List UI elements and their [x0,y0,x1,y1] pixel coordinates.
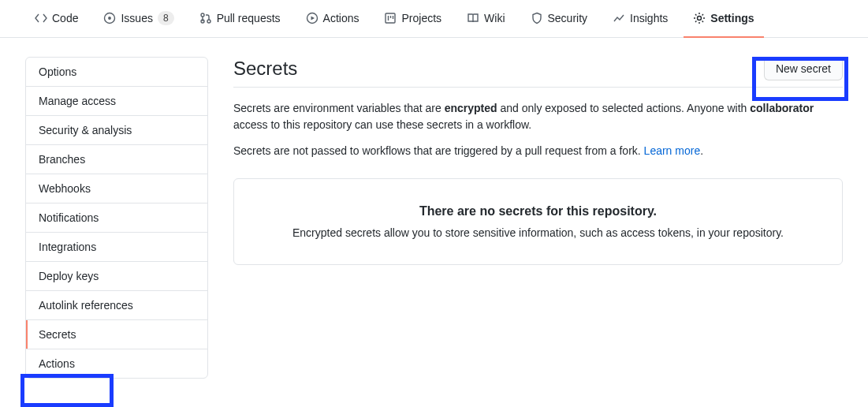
tab-wiki[interactable]: Wiki [457,0,514,38]
repo-tabs: Code Issues 8 Pull requests Actions Proj… [0,0,868,38]
tab-insights[interactable]: Insights [603,0,677,38]
description-2: Secrets are not passed to workflows that… [233,143,843,159]
tab-label: Pull requests [217,12,281,24]
learn-more-link[interactable]: Learn more [644,144,701,157]
graph-icon [613,12,625,24]
empty-title: There are no secrets for this repository… [253,204,823,218]
sidebar-item-label: Actions [39,357,75,370]
issues-count: 8 [158,11,174,25]
sidebar-item-actions[interactable]: Actions [26,349,207,378]
main-content: Secrets New secret Secrets are environme… [233,57,843,379]
sidebar-item-secrets[interactable]: Secrets [26,320,207,349]
svg-marker-6 [311,16,315,20]
sidebar-item-label: Secrets [39,328,76,341]
tab-label: Security [548,12,588,24]
book-icon [467,12,479,24]
sidebar-item-integrations[interactable]: Integrations [26,233,207,262]
tab-label: Code [52,12,78,24]
sidebar-item-label: Manage access [39,95,116,107]
sidebar-item-manage-access[interactable]: Manage access [26,87,207,116]
sidebar-item-label: Notifications [39,211,99,224]
sidebar-item-label: Integrations [39,241,96,253]
code-icon [35,12,47,24]
project-icon [384,12,397,24]
sidebar-item-label: Security & analysis [39,124,132,136]
tab-label: Insights [630,12,668,24]
tab-label: Actions [323,12,359,24]
tab-label: Issues [121,12,152,24]
svg-point-2 [201,13,204,17]
sidebar-item-deploy-keys[interactable]: Deploy keys [26,262,207,291]
tab-security[interactable]: Security [521,0,598,38]
sidebar-item-label: Autolink references [39,299,133,312]
sidebar-item-label: Deploy keys [39,270,99,282]
play-icon [306,12,319,24]
svg-point-1 [109,17,110,18]
tab-code[interactable]: Code [25,0,88,38]
tab-label: Wiki [484,12,505,24]
tab-actions[interactable]: Actions [296,0,369,38]
tab-projects[interactable]: Projects [374,0,451,38]
new-secret-button[interactable]: New secret [764,57,843,80]
tab-label: Settings [710,12,754,24]
shield-icon [531,12,543,24]
description-1: Secrets are environment variables that a… [233,100,843,133]
page-title: Secrets [233,58,297,80]
sidebar-item-label: Options [39,65,76,78]
svg-point-3 [207,20,210,23]
sidebar-item-branches[interactable]: Branches [26,145,207,174]
empty-subtitle: Encrypted secrets allow you to store sen… [253,226,823,239]
sidebar-item-autolink-references[interactable]: Autolink references [26,291,207,320]
settings-sidebar: Options Manage access Security & analysi… [25,57,208,379]
tab-issues[interactable]: Issues 8 [94,0,183,38]
gear-icon [693,12,706,24]
tab-label: Projects [401,12,441,24]
tab-pull-requests[interactable]: Pull requests [190,0,290,38]
tab-settings[interactable]: Settings [684,0,763,38]
svg-point-11 [698,16,702,20]
sidebar-item-webhooks[interactable]: Webhooks [26,174,207,204]
issue-icon [103,12,116,24]
sidebar-item-options[interactable]: Options [26,58,207,87]
empty-state: There are no secrets for this repository… [233,178,843,265]
sidebar-item-label: Branches [39,153,85,166]
sidebar-item-label: Webhooks [39,182,91,195]
sidebar-item-security-analysis[interactable]: Security & analysis [26,116,207,145]
sidebar-item-notifications[interactable]: Notifications [26,204,207,233]
pull-request-icon [199,12,212,24]
